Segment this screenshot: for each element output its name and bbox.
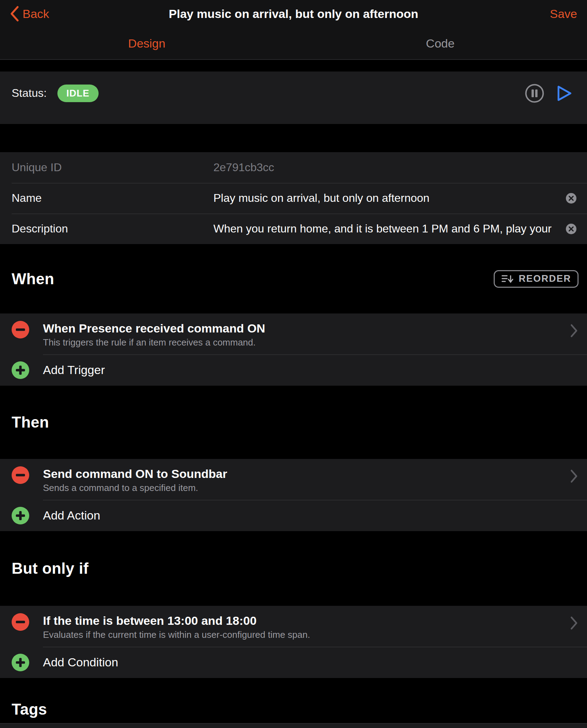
remove-condition-button[interactable] — [12, 613, 29, 631]
field-unique-id: Unique ID 2e791cb3cc — [0, 152, 587, 183]
add-condition-row[interactable]: Add Condition — [0, 647, 587, 677]
back-chevron-icon — [10, 6, 19, 22]
back-button[interactable]: Back — [10, 6, 49, 22]
add-trigger-label: Add Trigger — [43, 363, 105, 377]
reorder-label: REORDER — [519, 273, 571, 284]
then-section-header: Then — [0, 386, 587, 459]
field-name: Name Play music on arrival, but only on … — [0, 183, 587, 213]
gap — [0, 60, 587, 71]
condition-text: If the time is between 13:00 and 18:00 E… — [43, 613, 570, 640]
tab-code[interactable]: Code — [294, 27, 587, 59]
trigger-text: When Presence received command ON This t… — [43, 321, 570, 348]
condition-row[interactable]: If the time is between 13:00 and 18:00 E… — [0, 606, 587, 647]
clear-description-button[interactable] — [566, 224, 576, 234]
field-label: Description — [12, 222, 213, 235]
remove-action-button[interactable] — [12, 466, 29, 484]
unique-id-value: 2e791cb3cc — [213, 161, 587, 174]
status-label: Status: — [12, 87, 47, 100]
remove-icon — [12, 466, 29, 484]
add-icon — [12, 654, 29, 671]
run-button[interactable] — [557, 85, 573, 102]
gap — [0, 124, 587, 152]
tags-section-header: Tags — [0, 678, 587, 723]
reorder-icon — [501, 274, 514, 284]
chevron-right-icon — [570, 469, 578, 483]
page-title: Play music on arrival, but only on after… — [70, 7, 517, 21]
remove-icon — [12, 613, 29, 631]
when-section-header: When REORDER — [0, 244, 587, 313]
reorder-button[interactable]: REORDER — [494, 270, 579, 288]
remove-trigger-button[interactable] — [12, 321, 29, 338]
but-only-if-card: If the time is between 13:00 and 18:00 E… — [0, 606, 587, 678]
status-card: Status: IDLE — [0, 71, 587, 124]
description-input[interactable]: When you return home, and it is between … — [213, 222, 587, 235]
trigger-title: When Presence received command ON — [43, 321, 570, 336]
navbar: Back Play music on arrival, but only on … — [0, 0, 587, 27]
play-icon — [557, 85, 573, 102]
chevron-right-icon — [570, 616, 578, 630]
action-title: Send command ON to Soundbar — [43, 466, 570, 481]
clear-icon — [566, 224, 576, 234]
remove-icon — [12, 321, 29, 338]
name-input[interactable]: Play music on arrival, but only on after… — [213, 192, 587, 205]
add-icon — [12, 361, 29, 379]
but-only-if-heading: But only if — [12, 560, 88, 577]
add-condition-label: Add Condition — [43, 655, 118, 669]
details-card: Unique ID 2e791cb3cc Name Play music on … — [0, 152, 587, 244]
status-badge: IDLE — [57, 85, 99, 102]
pause-button[interactable] — [525, 84, 544, 103]
action-text: Send command ON to Soundbar Sends a comm… — [43, 466, 570, 493]
action-row[interactable]: Send command ON to Soundbar Sends a comm… — [0, 459, 587, 500]
field-description: Description When you return home, and it… — [0, 213, 587, 244]
clear-name-button[interactable] — [566, 193, 576, 204]
save-button[interactable]: Save — [550, 7, 577, 21]
tags-heading: Tags — [12, 701, 47, 718]
field-label: Name — [12, 192, 213, 205]
action-subtitle: Sends a command to a specified item. — [43, 482, 570, 493]
pause-icon — [525, 84, 544, 103]
chevron-right-icon — [570, 324, 578, 338]
add-action-label: Add Action — [43, 509, 100, 522]
tags-card-edge — [0, 723, 587, 728]
condition-title: If the time is between 13:00 and 18:00 — [43, 613, 570, 628]
then-heading: Then — [12, 413, 49, 431]
rule-editor-screen: Back Play music on arrival, but only on … — [0, 0, 587, 728]
tab-bar: Design Code — [0, 27, 587, 59]
add-icon — [12, 507, 29, 524]
when-heading: When — [12, 270, 54, 288]
trigger-subtitle: This triggers the rule if an item receiv… — [43, 337, 570, 348]
but-only-if-section-header: But only if — [0, 531, 587, 606]
when-card: When Presence received command ON This t… — [0, 313, 587, 386]
clear-icon — [566, 193, 576, 204]
add-trigger-row[interactable]: Add Trigger — [0, 355, 587, 385]
field-label: Unique ID — [12, 161, 213, 174]
header: Back Play music on arrival, but only on … — [0, 0, 587, 60]
add-action-row[interactable]: Add Action — [0, 500, 587, 530]
back-label: Back — [23, 7, 49, 21]
then-card: Send command ON to Soundbar Sends a comm… — [0, 459, 587, 531]
trigger-row[interactable]: When Presence received command ON This t… — [0, 313, 587, 355]
tab-design[interactable]: Design — [0, 27, 294, 59]
condition-subtitle: Evaluates if the current time is within … — [43, 629, 570, 640]
